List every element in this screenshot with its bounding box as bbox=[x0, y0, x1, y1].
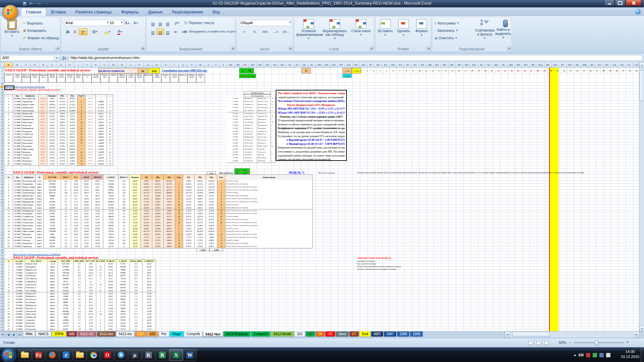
merge-center-button[interactable]: ▣Объединить и поместить в центре bbox=[184, 28, 235, 34]
column-header-BJ[interactable]: BJ bbox=[485, 62, 493, 68]
row-header-75[interactable]: 75 bbox=[0, 219, 4, 222]
column-header-AP[interactable]: AP bbox=[338, 62, 345, 68]
row-header-97[interactable]: 97 bbox=[0, 284, 4, 287]
row-header-40[interactable]: 40 bbox=[0, 115, 4, 118]
sheet-tab-62D[interactable]: 62D bbox=[147, 331, 158, 337]
row-header-80[interactable]: 80 bbox=[0, 234, 4, 237]
column-header-BD[interactable]: BD bbox=[441, 62, 448, 68]
taskbar-icon-word[interactable]: W bbox=[183, 349, 197, 361]
column-header-BF[interactable]: BF bbox=[456, 62, 463, 68]
help-icon[interactable]: ? bbox=[635, 9, 641, 14]
row-header-71[interactable]: 71 bbox=[0, 207, 4, 210]
row-header-30[interactable]: 30 bbox=[0, 85, 4, 88]
column-header-BN[interactable]: BN bbox=[515, 62, 522, 68]
column-header-BG[interactable]: BG bbox=[463, 62, 471, 68]
scroll-left-button[interactable]: ◀ bbox=[505, 331, 510, 338]
row-header-107[interactable]: 107 bbox=[0, 314, 4, 317]
align-left-button[interactable] bbox=[149, 28, 157, 35]
row-header-33[interactable]: 33 bbox=[0, 94, 4, 97]
column-header-BL[interactable]: BL bbox=[500, 62, 507, 68]
sheet-tab-ВВП[interactable]: ВВП bbox=[371, 331, 383, 337]
column-header-B[interactable]: B bbox=[13, 62, 22, 68]
row-header-63[interactable]: 63 bbox=[0, 183, 4, 186]
decrease-indent-button[interactable]: ⇤ bbox=[172, 28, 179, 35]
cut-button[interactable]: ✂Вырезать bbox=[23, 20, 59, 26]
row-header-91[interactable]: 91 bbox=[0, 266, 4, 269]
row-header-88[interactable]: 88 bbox=[0, 257, 4, 260]
cell-styles-button[interactable]: Стили ячеек bbox=[348, 19, 373, 49]
page-break-view-button[interactable] bbox=[543, 340, 550, 346]
align-center-button[interactable] bbox=[157, 28, 164, 35]
select-all-corner[interactable] bbox=[0, 62, 4, 68]
row-header-111[interactable]: 111 bbox=[0, 326, 4, 329]
row-header-46[interactable]: 46 bbox=[0, 133, 4, 136]
row-header-31[interactable]: 31 bbox=[0, 88, 4, 92]
taskbar-icon-ie[interactable]: e bbox=[59, 349, 73, 361]
cells-dropdown-icon[interactable] bbox=[402, 35, 405, 36]
number-format-select[interactable]: Общий bbox=[239, 20, 292, 26]
row-header-49[interactable]: 49 bbox=[0, 142, 4, 145]
find-select-button[interactable]: Найти и выделить bbox=[495, 19, 512, 49]
taskbar-icon-explorer[interactable] bbox=[18, 349, 32, 361]
sheet-tab-OC[interactable]: OC bbox=[325, 331, 335, 337]
row-header-102[interactable]: 102 bbox=[0, 299, 4, 302]
align-top-icon[interactable] bbox=[164, 20, 171, 26]
row-header-64[interactable]: 64 bbox=[0, 186, 4, 189]
paste-button[interactable]: Вставить bbox=[2, 19, 22, 47]
column-header-Y[interactable]: Y bbox=[212, 62, 220, 68]
sort-dropdown-icon[interactable] bbox=[484, 38, 486, 39]
row-header-43[interactable]: 43 bbox=[0, 124, 4, 127]
column-header-R[interactable]: R bbox=[153, 62, 161, 68]
row-header-62[interactable]: 62 bbox=[0, 180, 4, 183]
rse-textbox[interactable]: The relative standard error (RSE) - Отно… bbox=[276, 90, 347, 161]
row-header-69[interactable]: 69 bbox=[0, 201, 4, 204]
column-header-BC[interactable]: BC bbox=[434, 62, 441, 68]
column-header-BZ[interactable]: BZ bbox=[603, 62, 611, 68]
row-header-79[interactable]: 79 bbox=[0, 231, 4, 234]
styles-dropdown-icon[interactable] bbox=[334, 38, 336, 39]
row-header-67[interactable]: 67 bbox=[0, 195, 4, 198]
sheet-tab-Steel[interactable]: Steel bbox=[336, 331, 349, 337]
sheet-tab-1999[interactable]: 1999 bbox=[410, 331, 423, 337]
sheet-tab-5412-Am[interactable]: 5412-Am bbox=[97, 331, 116, 337]
column-header-AL[interactable]: AL bbox=[308, 62, 316, 68]
column-header-BK[interactable]: BK bbox=[493, 62, 500, 68]
column-header-BM[interactable]: BM bbox=[507, 62, 515, 68]
row-header-56[interactable]: 56 bbox=[0, 163, 4, 166]
row-header-98[interactable]: 98 bbox=[0, 287, 4, 290]
row-header-85[interactable]: 85 bbox=[0, 249, 4, 252]
row-header-100[interactable]: 100 bbox=[0, 293, 4, 296]
column-header-S[interactable]: S bbox=[161, 62, 170, 68]
sheet-grid[interactable]: NAICS 5412OP - Professional, scientific,… bbox=[4, 68, 639, 331]
taskbar-icon-folder[interactable] bbox=[73, 349, 87, 361]
column-header-AQ[interactable]: AQ bbox=[345, 62, 353, 68]
row-header-73[interactable]: 73 bbox=[0, 213, 4, 216]
column-header-I[interactable]: I bbox=[74, 62, 83, 68]
row-header-103[interactable]: 103 bbox=[0, 302, 4, 305]
insert-cells-button[interactable]: Вставить bbox=[377, 19, 394, 49]
align-top-icon[interactable] bbox=[149, 20, 157, 26]
row-header-45[interactable]: 45 bbox=[0, 130, 4, 133]
column-header-AA[interactable]: AA bbox=[227, 62, 234, 68]
sheet-tab-1997[interactable]: 1997 bbox=[384, 331, 396, 337]
column-header-X[interactable]: X bbox=[205, 62, 212, 68]
vertical-scrollbar[interactable]: ▲ ▼ bbox=[639, 62, 644, 331]
fill-color-button[interactable] bbox=[102, 28, 113, 35]
minimize-button[interactable] bbox=[604, 0, 614, 6]
row-header-29[interactable]: 29 bbox=[0, 82, 4, 85]
row-header-2[interactable]: 2 bbox=[0, 74, 4, 82]
dialog-launcher-icon[interactable]: ◢ bbox=[230, 47, 234, 51]
row-header-101[interactable]: 101 bbox=[0, 296, 4, 299]
column-header-CC[interactable]: CC bbox=[626, 62, 633, 68]
row-header-70[interactable]: 70 bbox=[0, 204, 4, 207]
sheet-tab-Wage[interactable]: Wage bbox=[170, 331, 184, 337]
sheet-tab-331[interactable]: 331 bbox=[294, 331, 305, 337]
row-header-105[interactable]: 105 bbox=[0, 308, 4, 311]
network-icon[interactable] bbox=[599, 353, 604, 357]
column-header-BE[interactable]: BE bbox=[448, 62, 456, 68]
sheet-tab-SP[interactable]: SP bbox=[306, 331, 315, 337]
taskbar-icon-filezilla[interactable]: Fz bbox=[32, 349, 45, 361]
vertical-scroll-thumb[interactable] bbox=[640, 70, 644, 101]
column-header-M[interactable]: M bbox=[109, 62, 118, 68]
row-header-39[interactable]: 39 bbox=[0, 112, 4, 115]
